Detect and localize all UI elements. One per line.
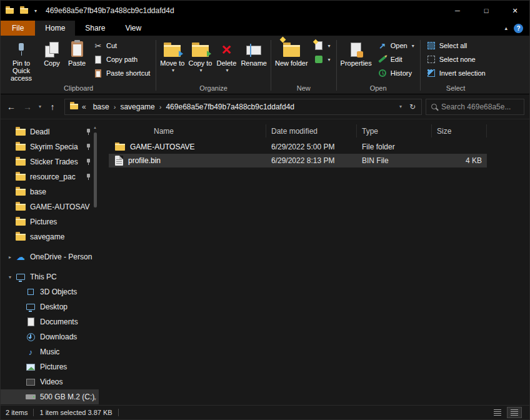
forward-button[interactable]: → [19,99,36,115]
sidebar-item-skyrim-special[interactable]: Skyrim Specia [1,139,99,154]
invert-selection-button[interactable]: Invert selection [422,66,489,80]
sidebar-item-downloads[interactable]: Downloads [1,329,99,344]
sidebar-item-resource-pac[interactable]: resource_pac [1,169,99,184]
sidebar-scrollbar[interactable]: ▴ ▾ [92,124,98,402]
sidebar-item-drive-d[interactable]: 1 TB SSD (D:) [1,404,99,405]
ribbon-group-select: Select all Select none Invert selection … [421,37,491,94]
sidebar-item-label: resource_pac [30,172,85,181]
open-group-label: Open [338,84,419,94]
recent-locations-dropdown-icon[interactable]: ▾ [36,99,44,115]
sidebar-item-drive-c[interactable]: 500 GB M.2 (C:) [1,389,99,404]
up-button[interactable]: ↑ [44,99,61,115]
help-icon[interactable]: ? [514,24,523,33]
tab-home[interactable]: Home [35,21,75,36]
address-dropdown-icon[interactable]: ▾ [396,99,405,114]
close-button[interactable]: ✕ [501,1,529,21]
select-none-button[interactable]: Select none [422,52,489,66]
group-separator [156,40,156,91]
sidebar-item-documents[interactable]: Documents [1,314,99,329]
address-box[interactable]: « base › savegame › 469e68a5e7fb49b7a488… [64,99,422,115]
sidebar-item-videos[interactable]: Videos [1,374,99,389]
quick-access-toolbar-dropdown-icon[interactable]: ▾ [34,8,37,14]
tab-file[interactable]: File [1,21,35,36]
breadcrumb-base[interactable]: base [90,102,112,111]
properties-label: Properties [341,59,372,67]
sidebar-item-sticker-trades[interactable]: Sticker Trades [1,154,99,169]
file-row-game-autosave[interactable]: GAME-AUTOSAVE 6/29/2022 5:00 PM File fol… [109,140,487,154]
scroll-up-icon[interactable]: ▴ [94,124,96,131]
column-header-name[interactable]: Name [109,124,266,138]
sidebar-item-savegame[interactable]: savegame [1,229,99,244]
column-header-date-modified[interactable]: Date modified [266,124,357,138]
chevron-right-icon[interactable]: ▸ [6,254,14,260]
move-to-button[interactable]: Move to ▾ [158,38,186,76]
open-button[interactable]: ↗ Open ▾ [374,39,418,52]
paste-button[interactable]: Paste [64,38,89,68]
copy-path-button[interactable]: Copy path [89,52,154,66]
sidebar-item-3d-objects[interactable]: 3D Objects [1,284,99,299]
sidebar-item-onedrive[interactable]: ▸ ☁ OneDrive - Person [1,249,99,264]
list-view-button[interactable] [490,407,505,418]
search-input[interactable] [441,102,519,111]
breadcrumb-savegame[interactable]: savegame [117,102,158,111]
copy-button[interactable]: Copy [39,38,64,68]
maximize-button[interactable]: □ [472,1,501,21]
copy-to-button[interactable]: Copy to ▾ [186,38,214,76]
sidebar-item-pictures[interactable]: Pictures [1,359,99,374]
breadcrumb-chevron-icon[interactable]: › [112,103,118,111]
breadcrumb-current-folder[interactable]: 469e68a5e7fb49b7a488cb9c1ddafd4d [162,102,298,111]
history-clock-icon [379,69,386,77]
column-header-size[interactable]: Size [432,124,487,138]
video-icon [26,379,35,386]
ribbon-group-organize: Move to ▾ Copy to ▾ ✕ Delete ▾ Rename [157,37,270,94]
refresh-icon[interactable]: ↻ [405,99,420,114]
new-sparkle-icon [279,37,286,43]
back-button[interactable]: ← [3,99,19,115]
column-header-type[interactable]: Type [357,124,432,138]
pin-to-quick-access-button[interactable]: Pin to Quick access [3,38,39,83]
scrollbar-thumb[interactable] [94,132,97,208]
copy-arrow-icon [207,51,211,57]
copy-path-icon [95,56,101,64]
tab-share[interactable]: Share [75,21,115,36]
easy-access-button[interactable]: ▾ [310,52,334,66]
3d-objects-icon [28,289,34,295]
edit-button[interactable]: Edit [374,52,418,66]
sidebar-item-music[interactable]: ♪ Music [1,344,99,359]
folder-icon [16,159,26,166]
tab-view[interactable]: View [115,21,151,36]
drive-icon [26,394,36,399]
sidebar-item-pictures-quick[interactable]: Pictures [1,214,99,229]
sidebar-item-label: Videos [40,378,96,386]
new-folder-button[interactable]: New folder [273,38,310,68]
titlebar: ▾ 469e68a5e7fb49b7a488cb9c1ddafd4d ─ □ ✕ [1,1,529,21]
sidebar-item-desktop[interactable]: Desktop [1,299,99,314]
sidebar-item-game-autosave[interactable]: GAME-AUTOSAV [1,199,99,214]
breadcrumb-chevron-icon[interactable]: › [158,103,163,111]
chevron-down-icon[interactable]: ▾ [6,274,14,280]
delete-button[interactable]: ✕ Delete ▾ [214,38,239,76]
cut-button[interactable]: ✂ Cut [89,39,154,52]
minimize-button[interactable]: ─ [443,1,472,21]
details-view-button[interactable] [507,407,522,418]
paste-shortcut-label: Paste shortcut [106,69,150,77]
file-row-profile-bin[interactable]: profile.bin 6/29/2022 8:13 PM BIN File 4… [109,154,487,168]
easy-access-icon [315,56,322,63]
history-button[interactable]: History [374,66,418,80]
sidebar-item-base[interactable]: base [1,184,99,199]
quick-access-toolbar-folder-icon[interactable] [20,8,28,14]
properties-button[interactable]: Properties [339,38,374,68]
collapse-ribbon-icon[interactable]: ▴ [504,25,508,31]
scroll-down-icon[interactable]: ▾ [94,396,96,402]
crumb-overflow-icon[interactable]: « [82,102,86,111]
select-all-button[interactable]: Select all [422,39,489,52]
bin-file-icon [115,156,123,166]
sidebar-item-this-pc[interactable]: ▾ This PC [1,269,99,284]
file-date-modified: 6/29/2022 8:13 PM [266,156,357,165]
new-item-button[interactable]: ▾ [310,39,334,52]
sidebar-item-label: Desktop [40,302,96,311]
paste-shortcut-button[interactable]: Paste shortcut [89,66,154,80]
rename-button[interactable]: Rename [239,38,269,68]
sidebar-item-deadl[interactable]: Deadl [1,124,99,139]
move-to-label: Move to [160,59,184,67]
